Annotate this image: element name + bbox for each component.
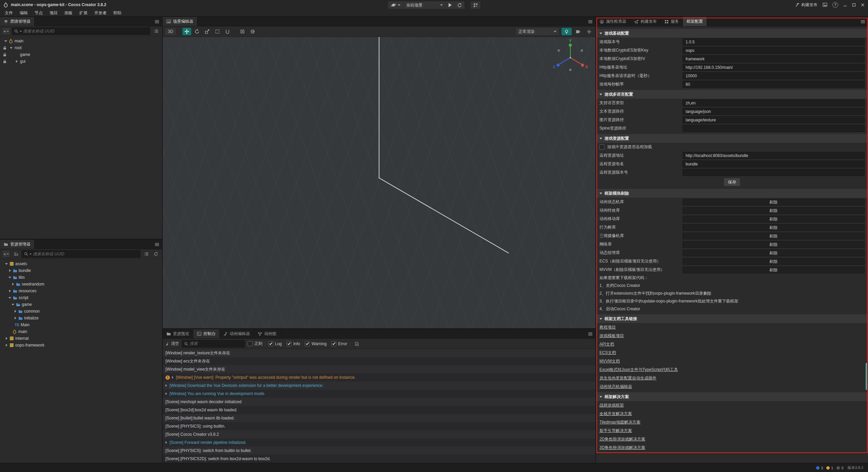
row-label[interactable]: Http服务器请求超时（毫秒） bbox=[599, 73, 683, 79]
create-node-button[interactable]: + bbox=[2, 27, 10, 35]
row-label[interactable]: 框架解决方案 bbox=[605, 394, 629, 400]
row-label[interactable]: Spine资源路径 bbox=[599, 125, 683, 131]
expand-arrow-icon[interactable] bbox=[165, 384, 167, 387]
play-button[interactable] bbox=[446, 1, 455, 9]
row-label[interactable]: Http服务器地址 bbox=[599, 64, 683, 70]
scene-viewport[interactable]: Y X Z bbox=[163, 37, 595, 328]
row-label[interactable]: 动画移动库 bbox=[599, 216, 683, 222]
tab-services[interactable]: 服务 bbox=[661, 17, 683, 26]
tab-asset-preview[interactable]: 资源预览 bbox=[163, 329, 193, 338]
section-collapse-arrow[interactable] bbox=[599, 193, 602, 194]
menu-item[interactable]: 编辑 bbox=[16, 10, 31, 16]
tree-item[interactable]: TS bundle bbox=[0, 267, 162, 274]
expand-arrow[interactable] bbox=[3, 38, 8, 44]
tree-item[interactable]: TS common bbox=[0, 308, 162, 315]
trim-module-button[interactable]: 剔除 bbox=[683, 207, 865, 214]
text-input[interactable]: bundle bbox=[683, 160, 865, 168]
row-label[interactable]: 文本资源路径 bbox=[599, 109, 683, 114]
restart-button[interactable] bbox=[455, 1, 465, 9]
text-input[interactable]: 1.0.5 bbox=[683, 38, 865, 45]
trim-module-button[interactable]: 剔除 bbox=[683, 224, 865, 231]
menu-item[interactable]: 扩展 bbox=[76, 10, 91, 16]
assets-search-input[interactable]: 搜索名称或 UUID bbox=[22, 250, 140, 258]
section-collapse-arrow[interactable] bbox=[599, 94, 602, 95]
build-publish-button[interactable]: 构建发布 bbox=[795, 2, 817, 8]
coordinate-toggle-button[interactable] bbox=[248, 28, 257, 35]
text-input[interactable]: framework bbox=[683, 55, 865, 62]
log-row[interactable]: ! [Scene] meshopt wasm decoder initializ… bbox=[163, 398, 595, 406]
tree-item[interactable]: TS main bbox=[0, 328, 162, 335]
text-input[interactable] bbox=[683, 125, 865, 132]
row-label[interactable]: 动画状态机库 bbox=[599, 199, 683, 205]
panel-menu-button[interactable] bbox=[585, 329, 595, 338]
lighting-toggle-button[interactable] bbox=[561, 28, 572, 35]
row-label[interactable]: 新手引导解决方案 bbox=[599, 428, 632, 434]
panel-menu-button[interactable] bbox=[858, 17, 868, 26]
row-label[interactable]: ECS（剔除后模板项目无法使用） bbox=[599, 258, 683, 264]
expand-arrow[interactable] bbox=[9, 321, 14, 328]
hierarchy-search-input[interactable]: 搜索名称或 UUID bbox=[12, 27, 150, 35]
text-input[interactable]: http://192.168.0.150/main/ bbox=[683, 64, 865, 71]
row-label[interactable]: 3、执行项目根目录中的update-oops-plugin-framework批… bbox=[599, 298, 738, 304]
section-collapse-arrow[interactable] bbox=[599, 396, 602, 398]
text-input[interactable]: 60 bbox=[683, 81, 865, 88]
log-row[interactable]: ! [Window] model_view文件夹存在 bbox=[163, 365, 595, 373]
scene-settings-button[interactable] bbox=[585, 28, 593, 35]
row-label[interactable]: 支持语言类型 bbox=[599, 100, 683, 106]
row-label[interactable]: 远程资源版本号 bbox=[599, 170, 683, 175]
tab-property-inspector[interactable]: 属性检查器 bbox=[596, 17, 630, 26]
expand-arrow[interactable] bbox=[7, 274, 12, 281]
tree-item[interactable]: TS Main bbox=[0, 321, 162, 328]
log-row[interactable]: ! [Scene] [bullet]:bullet wasm lib loade… bbox=[163, 414, 595, 422]
help-button[interactable]: ? bbox=[832, 2, 838, 8]
tree-item[interactable]: TS game bbox=[0, 51, 162, 58]
expand-arrow[interactable] bbox=[7, 288, 12, 294]
log-row[interactable]: ! [Scene] Cocos Creator v3.8.2 bbox=[163, 430, 595, 438]
expand-arrow-icon[interactable] bbox=[165, 392, 167, 395]
row-label[interactable]: 3D角色扮演游戏解决方案 bbox=[599, 445, 645, 451]
text-input[interactable]: 10000 bbox=[683, 72, 865, 79]
menu-item[interactable]: 项目 bbox=[46, 10, 61, 16]
expand-arrow[interactable] bbox=[4, 342, 9, 349]
expand-arrow[interactable] bbox=[14, 58, 19, 65]
maximize-button[interactable] bbox=[852, 3, 856, 7]
tab-framework-config[interactable]: 框架配置 bbox=[683, 17, 707, 26]
row-label[interactable]: 教程项目 bbox=[599, 324, 616, 330]
row-label[interactable]: 动画状态机编辑器 bbox=[599, 384, 632, 390]
trim-module-button[interactable]: 剔除 bbox=[683, 199, 865, 205]
render-mode-select[interactable]: 正常渲染 bbox=[515, 27, 559, 36]
expand-arrow[interactable] bbox=[11, 301, 15, 308]
row-label[interactable]: 游戏基础配置 bbox=[605, 31, 629, 36]
ui-transform-tool-button[interactable] bbox=[223, 28, 232, 35]
expand-arrow[interactable] bbox=[9, 44, 14, 51]
orientation-gizmo[interactable]: Y X Z bbox=[550, 38, 591, 79]
scene-select[interactable]: 当前场景 bbox=[403, 1, 446, 9]
row-label[interactable]: 2、打开extensions文件中找到oops-plugin-framework… bbox=[599, 291, 711, 296]
tree-item[interactable]: TS seedrandom bbox=[0, 281, 162, 288]
row-label[interactable]: 动画特效库 bbox=[599, 208, 683, 213]
expand-arrow[interactable] bbox=[4, 260, 9, 267]
row-label[interactable]: 游戏模板项目 bbox=[599, 333, 624, 339]
text-input[interactable] bbox=[683, 169, 865, 176]
menu-item[interactable]: 节点 bbox=[31, 10, 46, 16]
remote-load-checkbox[interactable] bbox=[599, 144, 605, 150]
row-label[interactable]: API文档 bbox=[599, 341, 614, 347]
close-button[interactable] bbox=[861, 3, 865, 7]
log-count-badge[interactable]: 3 bbox=[816, 466, 823, 470]
rect-tool-button[interactable] bbox=[213, 28, 222, 35]
expand-arrow[interactable] bbox=[4, 335, 9, 342]
regex-checkbox[interactable]: 正则 bbox=[248, 341, 262, 347]
expand-arrow-icon[interactable] bbox=[172, 376, 174, 379]
log-filter-checkbox[interactable]: Log bbox=[268, 341, 282, 346]
trim-module-button[interactable]: 剔除 bbox=[683, 216, 865, 222]
log-filter-checkbox[interactable]: Warning bbox=[305, 341, 327, 346]
text-input[interactable]: http://localhost:8083/assets/bundle bbox=[683, 152, 865, 159]
expand-arrow[interactable] bbox=[7, 294, 12, 301]
expand-arrow[interactable] bbox=[14, 51, 19, 58]
row-label[interactable]: 图片资源路径 bbox=[599, 117, 683, 123]
row-label[interactable]: 原生包热更新配置自动生成插件 bbox=[599, 375, 656, 381]
row-label[interactable]: 远程资源包名 bbox=[599, 161, 683, 167]
menu-item[interactable]: 开发者 bbox=[91, 10, 110, 16]
create-asset-button[interactable]: + bbox=[2, 250, 10, 258]
tab-scene-editor[interactable]: 场景编辑器 bbox=[163, 17, 197, 26]
